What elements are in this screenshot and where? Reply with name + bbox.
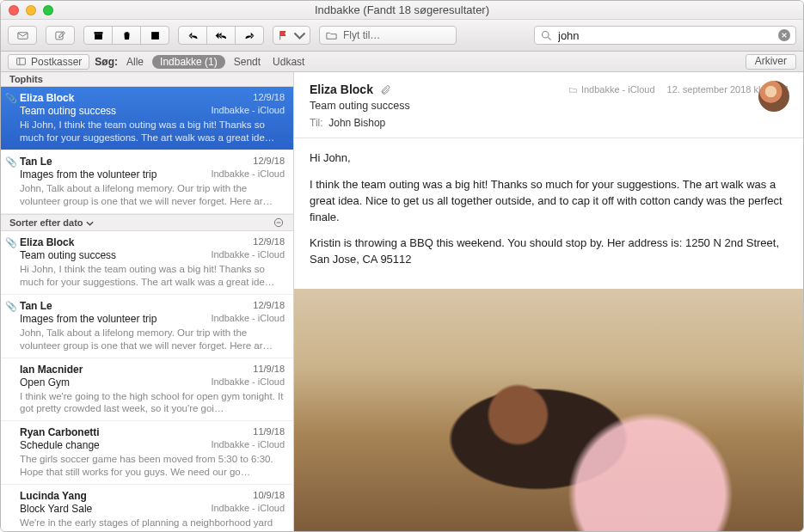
mailboxes-toggle[interactable]: Postkasser — [8, 54, 89, 70]
row-from: Ian Macnider — [20, 364, 83, 376]
svg-point-5 — [543, 31, 549, 38]
scope-drafts[interactable]: Udkast — [269, 56, 308, 68]
row-location: Indbakke - iCloud — [211, 439, 285, 451]
row-location: Indbakke - iCloud — [211, 376, 285, 388]
scope-inbox[interactable]: Indbakke (1) — [152, 55, 225, 69]
row-from: Eliza Block — [20, 236, 74, 248]
sidebar-icon — [15, 56, 27, 67]
svg-rect-4 — [151, 32, 159, 40]
reply-button[interactable] — [178, 26, 207, 45]
message-row[interactable]: Ryan Carbonetti11/9/18Schedule changeInd… — [1, 421, 293, 485]
row-date: 12/9/18 — [253, 236, 285, 248]
clear-search-button[interactable] — [778, 29, 790, 41]
flag-icon — [277, 29, 290, 42]
sort-header[interactable]: Sorter efter dato — [1, 214, 293, 231]
svg-rect-6 — [17, 58, 26, 65]
row-subject: Schedule change — [20, 439, 100, 451]
row-date: 12/9/18 — [253, 300, 285, 312]
reply-icon — [187, 29, 199, 42]
attachment-icon: 📎 — [5, 156, 17, 168]
get-mail-button[interactable] — [8, 26, 37, 45]
message-row[interactable]: 📎Tan Le12/9/18Images from the volunteer … — [1, 295, 293, 358]
minimize-window-button[interactable] — [26, 5, 36, 15]
header-mailbox: Indbakke - iCloud — [581, 84, 655, 95]
body-paragraph: Hi John, — [310, 150, 788, 167]
row-date: 11/9/18 — [253, 426, 285, 438]
flag-button[interactable] — [273, 26, 310, 45]
chevron-down-icon — [293, 29, 306, 42]
row-date: 11/9/18 — [253, 364, 285, 376]
search-icon — [540, 29, 553, 42]
delete-button[interactable] — [112, 26, 141, 45]
unread-filter-icon[interactable] — [273, 217, 285, 229]
body-paragraph: I think the team outing was a big hit! T… — [310, 177, 788, 226]
row-subject: Team outing success — [20, 105, 116, 117]
message-row[interactable]: 📎Eliza Block12/9/18Team outing successIn… — [1, 231, 293, 295]
row-date: 12/9/18 — [253, 156, 285, 168]
delete-group — [83, 26, 169, 45]
chevron-down-icon — [86, 221, 94, 226]
move-to-dropdown[interactable]: Flyt til… — [319, 26, 457, 45]
header-from: Eliza Block — [310, 83, 373, 96]
scope-all[interactable]: Alle — [123, 56, 147, 68]
favorites-bar: Postkasser Søg: Alle Indbakke (1) Sendt … — [1, 52, 803, 72]
message-list[interactable]: Tophits 📎Eliza Block12/9/18Team outing s… — [1, 72, 294, 531]
close-icon — [781, 32, 788, 39]
window-title: Indbakke (Fandt 18 søgeresultater) — [1, 3, 803, 16]
message-row[interactable]: Lucinda Yang10/9/18Block Yard SaleIndbak… — [1, 485, 293, 531]
reply-group — [178, 26, 264, 45]
tophits-header: Tophits — [1, 72, 293, 87]
row-preview: John, Talk about a lifelong memory. Our … — [20, 327, 285, 352]
row-preview: We're in the early stages of planning a … — [20, 517, 285, 531]
row-subject: Open Gym — [20, 376, 70, 388]
row-date: 12/9/18 — [253, 92, 285, 104]
message-body: Hi John, I think the team outing was a b… — [294, 138, 803, 289]
junk-button[interactable] — [140, 26, 169, 45]
zoom-window-button[interactable] — [43, 5, 53, 15]
search-field[interactable] — [534, 26, 796, 45]
attachment-icon: 📎 — [5, 301, 17, 312]
forward-button[interactable] — [235, 26, 264, 45]
row-from: Tan Le — [20, 300, 52, 312]
row-preview: Hi John, I think the team outing was a b… — [20, 119, 285, 144]
message-row[interactable]: 📎Tan Le12/9/18Images from the volunteer … — [1, 150, 293, 214]
archive-toolbar-button[interactable]: Arkiver — [746, 54, 796, 70]
row-location: Indbakke - iCloud — [211, 105, 285, 117]
row-from: Lucinda Yang — [20, 490, 87, 502]
body-paragraph: Kristin is throwing a BBQ this weekend. … — [310, 235, 788, 268]
svg-rect-3 — [95, 34, 102, 39]
mailbox-icon — [568, 85, 578, 95]
header-to-name: John Bishop — [328, 117, 385, 129]
archive-button[interactable] — [83, 26, 113, 45]
row-location: Indbakke - iCloud — [211, 503, 285, 515]
row-from: Tan Le — [20, 156, 52, 168]
sender-avatar[interactable] — [758, 81, 789, 112]
scope-sent[interactable]: Sendt — [230, 56, 264, 68]
row-preview: The girls soccer game has been moved fro… — [20, 453, 285, 479]
envelope-icon — [16, 29, 29, 42]
move-to-label: Flyt til… — [343, 29, 380, 41]
row-date: 10/9/18 — [253, 490, 285, 502]
attachment-icon: 📎 — [5, 93, 17, 104]
row-from: Eliza Block — [20, 92, 74, 104]
attachment-icon: 📎 — [5, 237, 17, 248]
archive-icon — [92, 29, 105, 42]
message-header: Eliza Block Indbakke - iCloud 12. septem… — [294, 72, 803, 138]
compose-button[interactable] — [46, 26, 75, 45]
message-row[interactable]: Ian Macnider11/9/18Open GymIndbakke - iC… — [1, 358, 293, 422]
inline-attachment-image[interactable] — [294, 289, 803, 531]
row-location: Indbakke - iCloud — [211, 168, 285, 180]
trash-icon — [120, 29, 133, 42]
reply-all-button[interactable] — [206, 26, 236, 45]
search-scope-label: Søg: — [95, 56, 118, 68]
search-input[interactable] — [558, 29, 773, 42]
row-location: Indbakke - iCloud — [211, 313, 285, 325]
close-window-button[interactable] — [9, 5, 19, 15]
compose-icon — [54, 29, 67, 42]
row-location: Indbakke - iCloud — [211, 249, 285, 261]
attachment-icon — [380, 84, 391, 95]
junk-icon — [149, 29, 162, 42]
mailboxes-label: Postkasser — [31, 56, 82, 68]
message-row[interactable]: 📎Eliza Block12/9/18Team outing successIn… — [1, 87, 293, 150]
main-split: Tophits 📎Eliza Block12/9/18Team outing s… — [1, 72, 803, 531]
